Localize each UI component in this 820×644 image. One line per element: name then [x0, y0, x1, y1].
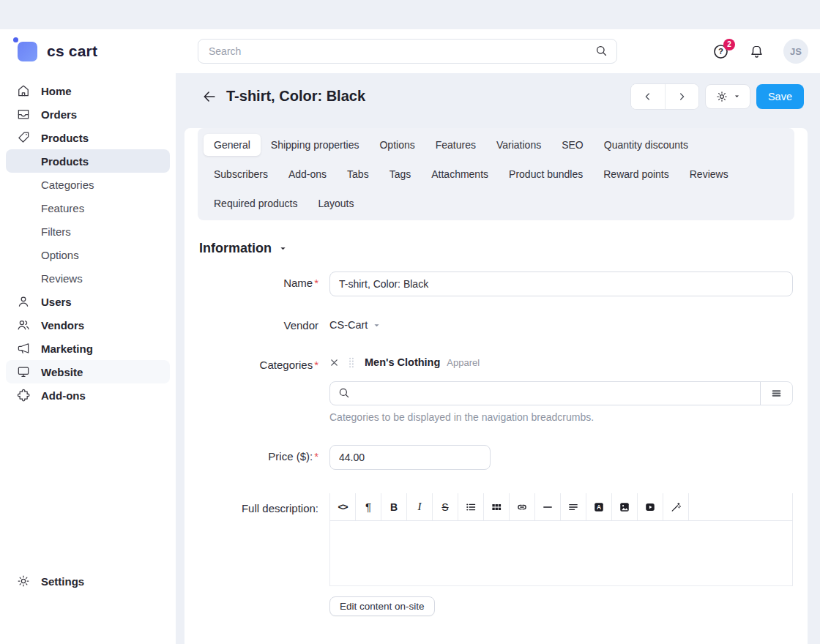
svg-text:A: A: [597, 503, 601, 511]
tab-reviews[interactable]: Reviews: [679, 163, 739, 185]
brand-logo[interactable]: cs cart: [18, 42, 198, 61]
description-toolbar: <> ¶ B I S: [329, 493, 793, 521]
text-color-icon[interactable]: A: [586, 493, 612, 520]
content-panel: GeneralShipping propertiesOptionsFeature…: [184, 128, 808, 644]
italic-icon[interactable]: I: [407, 493, 433, 520]
code-icon[interactable]: <>: [330, 493, 356, 520]
sidebar-item-users[interactable]: Users: [6, 290, 170, 313]
caret-down-icon: [373, 321, 381, 329]
sidebar-item-products[interactable]: Products: [6, 126, 170, 149]
tabs-row-2: SubscribersAdd-onsTabsTagsAttachmentsPro…: [204, 160, 789, 189]
megaphone-icon: [16, 341, 31, 356]
description-label: Full description:: [198, 493, 318, 616]
sidebar-item-orders[interactable]: Orders: [6, 102, 170, 126]
sidebar-item-categories[interactable]: Categories: [6, 173, 170, 196]
caret-down-icon: [734, 93, 740, 100]
page-title: T-shirt, Color: Black: [226, 88, 365, 105]
sidebar-item-filters[interactable]: Filters: [6, 220, 170, 243]
required-asterisk: *: [314, 277, 318, 289]
link-icon[interactable]: [510, 493, 535, 520]
sidebar-item-home[interactable]: Home: [6, 79, 170, 102]
next-product-button[interactable]: [665, 84, 698, 109]
tag-icon: [16, 130, 31, 145]
edit-content-onsite-button[interactable]: Edit content on-site: [329, 596, 435, 616]
chevron-left-icon: [642, 91, 654, 102]
user-icon: [16, 294, 31, 309]
sidebar-item-vendors[interactable]: Vendors: [6, 313, 170, 337]
tab-add-ons[interactable]: Add-ons: [278, 163, 337, 185]
vendor-select[interactable]: CS-Cart: [329, 314, 793, 331]
users-icon: [16, 318, 31, 332]
tab-required-products[interactable]: Required products: [204, 192, 308, 214]
image-icon: [619, 501, 630, 513]
search-input[interactable]: [198, 39, 617, 64]
sidebar: Home Orders Products Products Categories…: [0, 73, 176, 644]
sidebar-item-options[interactable]: Options: [6, 243, 170, 266]
notifications-button[interactable]: [748, 43, 765, 60]
price-field[interactable]: [329, 445, 491, 470]
global-search: [198, 39, 617, 64]
tabs-row-3: Required productsLayouts: [204, 189, 789, 218]
page-header: T-shirt, Color: Black Save: [184, 73, 808, 119]
align-icon[interactable]: [561, 493, 586, 520]
table-icon[interactable]: [484, 493, 510, 520]
tab-tabs[interactable]: Tabs: [337, 163, 379, 185]
search-icon: [338, 386, 351, 400]
description-editor[interactable]: [329, 521, 793, 586]
category-search-input[interactable]: [329, 381, 761, 405]
sidebar-item-marketing[interactable]: Marketing: [6, 337, 170, 360]
help-button[interactable]: ? 2: [712, 42, 730, 61]
category-browse-button[interactable]: [760, 381, 793, 405]
tab-subscribers[interactable]: Subscribers: [204, 163, 278, 185]
information-section-toggle[interactable]: Information: [199, 241, 793, 256]
tab-options[interactable]: Options: [369, 134, 425, 156]
back-arrow-icon[interactable]: [201, 89, 217, 105]
tab-layouts[interactable]: Layouts: [308, 192, 364, 214]
image-icon[interactable]: [612, 493, 638, 520]
table-icon: [491, 501, 502, 513]
required-asterisk: *: [314, 450, 318, 463]
video-icon[interactable]: [638, 493, 663, 520]
remove-category-icon[interactable]: [329, 358, 339, 367]
bell-icon: [748, 43, 765, 60]
sidebar-item-products[interactable]: Products: [6, 149, 170, 173]
tab-seo[interactable]: SEO: [551, 134, 594, 156]
save-button[interactable]: Save: [756, 84, 804, 109]
settings-dropdown-button[interactable]: [705, 84, 750, 109]
tab-variations[interactable]: Variations: [486, 134, 551, 156]
search-icon[interactable]: [594, 44, 608, 58]
magic-wand-icon[interactable]: [663, 493, 689, 520]
pilcrow-icon[interactable]: ¶: [356, 493, 381, 520]
tabs-container: GeneralShipping propertiesOptionsFeature…: [198, 128, 794, 220]
categories-help-text: Categories to be displayed in the naviga…: [329, 411, 793, 423]
name-field[interactable]: [329, 272, 793, 296]
price-label: Price ($):*: [198, 445, 318, 470]
home-icon: [16, 83, 31, 98]
bold-icon[interactable]: B: [381, 493, 407, 520]
sidebar-item-reviews[interactable]: Reviews: [6, 266, 170, 290]
tab-reward-points[interactable]: Reward points: [593, 163, 679, 185]
category-chip: Men's Clothing Apparel: [329, 353, 793, 371]
toolbar-filler: [689, 493, 793, 520]
tab-general[interactable]: General: [204, 134, 261, 156]
drag-handle-icon[interactable]: [347, 356, 356, 370]
tab-quantity-discounts[interactable]: Quantity discounts: [594, 134, 698, 156]
tabs-row-1: GeneralShipping propertiesOptionsFeature…: [204, 130, 789, 160]
sidebar-nav: Home Orders Products Products Categories…: [0, 79, 176, 407]
avatar[interactable]: JS: [783, 39, 808, 64]
sidebar-item-add-ons[interactable]: Add-ons: [6, 383, 170, 407]
tab-product-bundles[interactable]: Product bundles: [499, 163, 593, 185]
tab-attachments[interactable]: Attachments: [421, 163, 499, 185]
tab-shipping-properties[interactable]: Shipping properties: [261, 134, 370, 156]
horizontal-rule-icon[interactable]: [535, 493, 561, 520]
inbox-icon: [16, 107, 31, 121]
bullet-list-icon[interactable]: [458, 493, 484, 520]
tab-features[interactable]: Features: [425, 134, 486, 156]
sidebar-item-website[interactable]: Website: [6, 360, 170, 383]
sidebar-item-features[interactable]: Features: [6, 196, 170, 220]
categories-label: Categories*: [198, 353, 318, 423]
tab-tags[interactable]: Tags: [379, 163, 422, 185]
strikethrough-icon[interactable]: S: [433, 493, 458, 520]
prev-product-button[interactable]: [631, 84, 665, 109]
sidebar-item-settings[interactable]: Settings: [6, 569, 170, 593]
